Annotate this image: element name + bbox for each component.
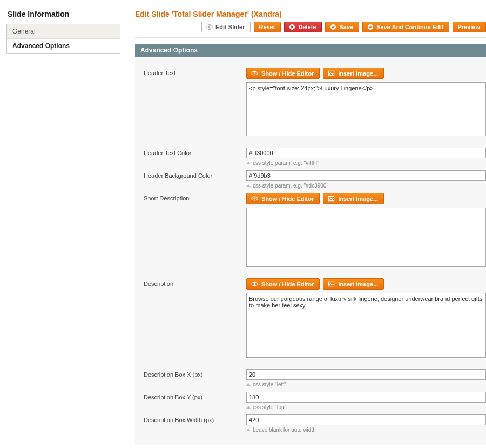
desc-box-y-input[interactable] — [246, 392, 486, 403]
svg-point-5 — [254, 72, 255, 74]
row-header-text-color: Header Text Color css style param, e.g. … — [135, 144, 486, 167]
svg-point-13 — [254, 283, 255, 285]
sidebar-title: Slide Information — [6, 10, 120, 18]
show-hide-editor-button[interactable]: Show / Hide Editor — [246, 193, 320, 204]
insert-image-label: Insert Image... — [338, 281, 378, 287]
insert-image-button[interactable]: Insert Image... — [323, 193, 384, 204]
insert-image-label: Insert Image... — [338, 70, 378, 77]
image-icon — [328, 195, 335, 202]
header-bg-color-input[interactable] — [246, 170, 486, 181]
reset-label: Reset — [259, 24, 275, 30]
triangle-icon — [246, 406, 251, 409]
save-continue-label: Save And Continue Edit — [376, 24, 443, 30]
svg-point-9 — [254, 198, 255, 199]
sidebar: Slide Information General Advanced Optio… — [0, 0, 120, 445]
back-arrow-icon — [206, 24, 213, 30]
label-description: Description — [144, 278, 246, 287]
short-description-textarea[interactable] — [246, 208, 486, 267]
show-hide-editor-button[interactable]: Show / Hide Editor — [246, 278, 320, 290]
edit-slider-button[interactable]: Edit Slider — [201, 22, 251, 32]
toolbar: Edit Slider Reset Delete Save Save And C… — [135, 22, 486, 32]
label-header-text-color: Header Text Color — [144, 148, 246, 156]
row-desc-box-x: Description Box X (px) css style "left" — [135, 366, 486, 389]
delete-label: Delete — [298, 24, 316, 30]
show-hide-editor-label: Show / Hide Editor — [261, 281, 314, 287]
label-desc-box-width: Description Box Width (px) — [144, 414, 246, 423]
insert-image-button[interactable]: Insert Image... — [323, 278, 384, 290]
sidebar-tabs: General Advanced Options — [6, 24, 120, 54]
row-header-text: Header Text Show / Hide Editor Insert Im… — [135, 64, 486, 139]
save-button[interactable]: Save — [325, 22, 359, 32]
triangle-icon — [246, 184, 251, 187]
row-desc-box-width: Description Box Width (px) Leave blank f… — [135, 411, 486, 434]
hint-desc-box-x: css style "left" — [246, 382, 486, 387]
preview-button[interactable]: Preview — [453, 22, 486, 32]
hint-desc-box-y: css style "top" — [246, 404, 486, 410]
insert-image-button[interactable]: Insert Image... — [323, 68, 384, 79]
description-textarea[interactable] — [246, 293, 486, 358]
save-continue-button[interactable]: Save And Continue Edit — [362, 22, 449, 32]
row-desc-box-y: Description Box Y (px) css style "top" — [135, 389, 486, 411]
hint-header-text-color: css style param, e.g. "#ffffff" — [246, 160, 486, 166]
check-icon — [330, 24, 336, 30]
eye-icon — [251, 70, 258, 77]
save-label: Save — [339, 24, 353, 30]
hint-desc-box-width: Leave blank for auto width — [246, 427, 486, 433]
edit-slider-label: Edit Slider — [215, 24, 245, 30]
desc-box-width-input[interactable] — [246, 414, 486, 425]
label-short-description: Short Description — [144, 193, 246, 202]
preview-label: Preview — [457, 24, 480, 30]
label-header-text: Header Text — [144, 68, 246, 76]
form-area: Header Text Show / Hide Editor Insert Im… — [135, 57, 486, 445]
toolbar-divider — [135, 37, 486, 38]
header-text-color-input[interactable] — [246, 148, 486, 158]
check-icon — [367, 24, 374, 30]
svg-point-0 — [207, 24, 212, 30]
triangle-icon — [246, 383, 251, 386]
insert-image-label: Insert Image... — [338, 196, 378, 202]
delete-button[interactable]: Delete — [284, 22, 322, 32]
label-desc-box-x: Description Box X (px) — [144, 369, 246, 378]
triangle-icon — [246, 162, 251, 164]
delete-icon — [289, 24, 295, 30]
sidebar-tab-general[interactable]: General — [7, 24, 120, 39]
row-short-description: Short Description Show / Hide Editor Ins… — [135, 190, 486, 270]
hint-header-bg-color: css style param, e.g. "#dc3900" — [246, 183, 486, 189]
eye-icon — [251, 195, 258, 202]
row-header-bg-color: Header Background Color css style param,… — [135, 167, 486, 190]
image-icon — [328, 70, 335, 77]
row-description: Description Show / Hide Editor Insert Im… — [135, 275, 486, 360]
page-title: Edit Slide 'Total Slider Manager' (Xandr… — [135, 10, 486, 18]
show-hide-editor-button[interactable]: Show / Hide Editor — [246, 68, 320, 79]
header-text-textarea[interactable] — [246, 82, 486, 136]
label-desc-box-y: Description Box Y (px) — [144, 392, 246, 400]
show-hide-editor-label: Show / Hide Editor — [261, 70, 314, 77]
triangle-icon — [246, 429, 251, 431]
main-content: Edit Slide 'Total Slider Manager' (Xandr… — [120, 0, 486, 445]
desc-box-x-input[interactable] — [246, 369, 486, 380]
reset-button[interactable]: Reset — [254, 22, 281, 32]
image-icon — [328, 280, 335, 287]
label-header-bg-color: Header Background Color — [144, 170, 246, 179]
show-hide-editor-label: Show / Hide Editor — [261, 196, 314, 202]
eye-icon — [251, 280, 258, 287]
section-header: Advanced Options — [135, 44, 486, 57]
sidebar-tab-advanced-options[interactable]: Advanced Options — [7, 39, 120, 53]
